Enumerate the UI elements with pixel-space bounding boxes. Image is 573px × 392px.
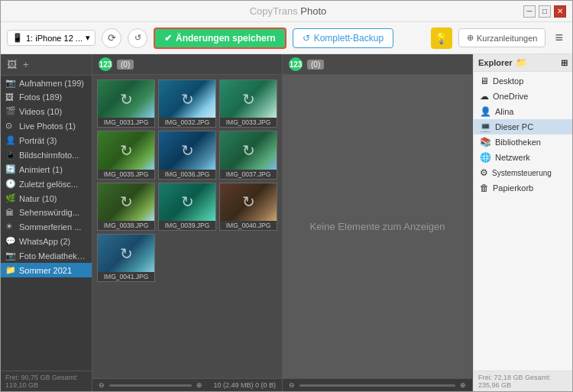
sidebar-item-sommer2021[interactable]: 📁 Sommer 2021 (1, 263, 92, 277)
sidebar-item-fotos[interactable]: 🖼 Fotos (189) (1, 90, 92, 104)
sidebar-item-live[interactable]: ⊙ Live Photos (1) (1, 118, 92, 133)
sidebar: 🖼 + 📷 Aufnahmen (199) 🖼 Fotos (189) 🎬 Vi… (1, 54, 92, 391)
photo-item[interactable]: ↻ IMG_0040.JPG (219, 183, 277, 231)
title-product: Photo (298, 5, 327, 17)
explorer-item-systemsteuerung[interactable]: ⚙ Systemsteuerung (474, 165, 572, 180)
photo-item[interactable]: ↻ IMG_0038.JPG (97, 183, 155, 231)
explorer-item-netzwerk[interactable]: 🌐 Netzwerk (474, 150, 572, 165)
explorer-item-dieserpc[interactable]: 💻 Dieser PC (474, 119, 572, 134)
zoom-slider[interactable] (109, 384, 192, 387)
photo-thumb: ↻ (220, 183, 277, 221)
sidebar-header: 🖼 + (1, 54, 92, 76)
photo-filename: IMG_0036.JPG (159, 170, 215, 179)
sync-overlay-icon: ↻ (120, 193, 133, 211)
sidebar-item-whatsapp[interactable]: 💬 WhatsApp (2) (1, 234, 92, 248)
check-icon: ✔ (164, 33, 172, 44)
drop-panel-body: Keine Elemente zum Anzeigen (283, 75, 472, 378)
sync-overlay-icon: ↻ (181, 90, 194, 109)
photo-item[interactable]: ↻ IMG_0041.JPG (97, 234, 155, 282)
photo-thumb: ↻ (98, 131, 154, 169)
device-icon: 📱 (12, 33, 23, 43)
sync-overlay-icon: ↻ (181, 141, 194, 160)
drop-panel-footer: ⊖ ⊕ (283, 378, 472, 391)
sync-button[interactable]: ↺ (128, 28, 147, 48)
explorer-footer: Frei: 72,18 GB Gesamt: 235,96 GB (474, 371, 572, 391)
explorer-item-label: Netzwerk (495, 153, 530, 162)
photo-item[interactable]: ↻ IMG_0039.JPG (158, 183, 216, 231)
sidebar-photos-icon[interactable]: 🖼 (5, 57, 18, 72)
maximize-button[interactable]: □ (539, 5, 551, 18)
sidebar-footer: Frei: 90,75 GB Gesamt: 119,10 GB (1, 371, 92, 391)
device-selector[interactable]: 📱 1: iPhone 12 ... ▾ (7, 30, 96, 46)
explorer-items: 🖥 Desktop ☁ OneDrive 👤 Alina 💻 Dieser PC… (474, 72, 572, 371)
sidebar-item-aufnahmen[interactable]: 📷 Aufnahmen (199) (1, 76, 92, 90)
tip-button[interactable]: 💡 (431, 28, 452, 49)
library-icon: 📚 (480, 137, 491, 147)
sidebar-item-portrait[interactable]: 👤 Porträt (3) (1, 133, 92, 147)
explorer-item-label: Dieser PC (495, 122, 533, 131)
zoom-out-icon[interactable]: ⊖ (99, 381, 105, 389)
sync-overlay-icon: ↻ (120, 90, 133, 109)
photo-thumb: ↻ (159, 80, 215, 118)
sidebar-item-label: Animiert (1) (19, 165, 63, 174)
photo-thumb: ↻ (159, 131, 215, 169)
zoom-in-icon2[interactable]: ⊕ (460, 381, 466, 389)
explorer-item-label: OneDrive (493, 92, 528, 101)
title-brand: CopyTrans (250, 5, 298, 17)
save-label: Änderungen speichern (176, 33, 276, 44)
video-icon: 🎬 (5, 106, 16, 116)
zoom-in-icon[interactable]: ⊕ (196, 381, 202, 389)
explorer-item-desktop[interactable]: 🖥 Desktop (474, 73, 572, 89)
sidebar-item-sehens[interactable]: 🏛 Sehenswürdig... (1, 206, 92, 219)
sidebar-item-videos[interactable]: 🎬 Videos (10) (1, 104, 92, 118)
live-icon: ⊙ (5, 121, 16, 131)
sidebar-item-natur[interactable]: 🌿 Natur (10) (1, 191, 92, 206)
photo-item[interactable]: ↻ IMG_0031.JPG (97, 79, 155, 128)
photo-item[interactable]: ↻ IMG_0037.JPG (219, 131, 277, 179)
refresh-button[interactable]: ⟳ (102, 28, 121, 48)
sync-overlay-icon: ↻ (242, 193, 255, 211)
explorer-panel: Explorer 📁 ⊞ 🖥 Desktop ☁ OneDrive 👤 Alin… (473, 54, 572, 391)
minimize-button[interactable]: ─ (523, 5, 536, 18)
backup-button[interactable]: ↺ Komplett-Backup (293, 28, 393, 48)
photo-item[interactable]: ↻ IMG_0036.JPG (158, 131, 216, 179)
landmark-icon: 🏛 (5, 208, 16, 217)
hamburger-button[interactable]: ≡ (552, 27, 566, 49)
sidebar-item-recent[interactable]: 🕐 Zuletzt gelösc... (1, 177, 92, 191)
photo-item[interactable]: ↻ IMG_0033.JPG (219, 79, 277, 128)
sidebar-item-foto-mediathek[interactable]: 📷 Foto Mediathek (... (1, 248, 92, 263)
folder-icon: 📁 (5, 265, 16, 275)
photo-filename: IMG_0037.JPG (220, 170, 277, 179)
photo-item[interactable]: ↻ IMG_0032.JPG (158, 79, 216, 128)
photo-item[interactable]: ↻ IMG_0035.JPG (97, 131, 155, 179)
photo-thumb: ↻ (220, 80, 277, 118)
photo-filename: IMG_0040.JPG (220, 221, 277, 230)
photo-thumb: ↻ (98, 235, 154, 272)
sidebar-item-animated[interactable]: 🔄 Animiert (1) (1, 162, 92, 177)
zoom-out-icon2[interactable]: ⊖ (289, 381, 295, 389)
explorer-item-bibliotheken[interactable]: 📚 Bibliotheken (474, 134, 572, 150)
save-button[interactable]: ✔ Änderungen speichern (154, 28, 286, 49)
explorer-item-papierkorb[interactable]: 🗑 Papierkorb (474, 180, 572, 196)
explorer-home-icon[interactable]: ⊞ (561, 58, 568, 68)
sidebar-item-sommer[interactable]: ☀ Sommerferien ... (1, 219, 92, 234)
zoom-slider2[interactable] (299, 384, 455, 387)
photo-stats: 10 (2.49 MB) 0 (0 B) (213, 381, 276, 389)
sync-overlay-icon: ↻ (120, 245, 133, 263)
sidebar-item-screenshot[interactable]: 📱 Bildschirmfoto... (1, 147, 92, 162)
mediathek-icon: 📷 (5, 251, 16, 261)
explorer-item-alina[interactable]: 👤 Alina (474, 104, 572, 119)
explorer-header: Explorer 📁 ⊞ (474, 54, 572, 72)
animated-icon: 🔄 (5, 164, 16, 174)
explorer-item-onedrive[interactable]: ☁ OneDrive (474, 89, 572, 104)
guide-button[interactable]: ⊕ Kurzanleitungen (458, 28, 546, 47)
close-button[interactable]: ✕ (554, 5, 566, 18)
sidebar-item-label: Natur (10) (19, 194, 57, 203)
drop-count-gray: (0) (307, 60, 324, 70)
storage-info: Frei: 90,75 GB Gesamt: 119,10 GB (5, 374, 78, 389)
sidebar-item-label: Zuletzt gelösc... (19, 180, 78, 189)
sidebar-item-label: Aufnahmen (199) (19, 79, 84, 88)
settings-icon: ⚙ (480, 167, 488, 178)
sidebar-add-icon[interactable]: + (21, 57, 31, 72)
photo-thumb: ↻ (98, 183, 154, 221)
